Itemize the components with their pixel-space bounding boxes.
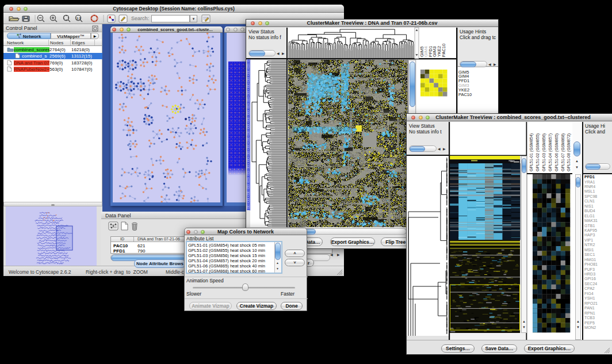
svg-text:RPO21: RPO21	[584, 301, 598, 305]
svg-text:PFD1: PFD1	[584, 175, 595, 179]
svg-text:VIP1: VIP1	[584, 238, 593, 242]
svg-text:MAK31: MAK31	[584, 219, 598, 223]
svg-text:SPC98: SPC98	[584, 194, 597, 198]
svg-text:SEC1: SEC1	[584, 252, 595, 256]
svg-text:NTR2: NTR2	[584, 243, 595, 247]
svg-text:PUF3: PUF3	[584, 267, 595, 271]
svg-text:GPL51-06 (GSM865): GPL51-06 (GSM865)	[554, 133, 559, 171]
svg-text:GTB1: GTB1	[584, 224, 595, 228]
svg-text:MON2: MON2	[584, 325, 596, 329]
svg-text:PAC10: PAC10	[441, 44, 446, 57]
svg-text:TCB3: TCB3	[584, 316, 595, 320]
svg-text:YRA1: YRA1	[584, 180, 595, 184]
svg-text:HMG1: HMG1	[584, 258, 596, 262]
svg-text:MSI1: MSI1	[584, 248, 594, 252]
svg-text:YSH1: YSH1	[584, 296, 595, 300]
svg-text:HAP3: HAP3	[584, 233, 595, 237]
svg-text:ELG1: ELG1	[584, 214, 595, 218]
svg-text:RPN1: RPN1	[584, 311, 595, 315]
svg-text:GPI16: GPI16	[584, 277, 596, 281]
svg-text:CLN1: CLN1	[584, 199, 595, 203]
svg-text:1:1: 1:1	[76, 17, 81, 20]
svg-text:GPL51-03 (GSM856): GPL51-03 (GSM856)	[542, 133, 546, 171]
svg-text:BUD4: BUD4	[584, 209, 595, 213]
svg-text:PHO81: PHO81	[584, 262, 598, 266]
svg-text:GPL51-07 (GSM868): GPL51-07 (GSM868)	[561, 133, 565, 171]
svg-text:RNR4: RNR4	[584, 185, 595, 189]
svg-text:SEC24: SEC24	[584, 282, 597, 286]
svg-text:MSL1: MSL1	[584, 189, 595, 193]
svg-text:GPL51-04 (GSM857): GPL51-04 (GSM857)	[548, 133, 553, 171]
svg-text:NIS1: NIS1	[584, 204, 594, 208]
svg-text:FIG4: FIG4	[584, 292, 594, 296]
svg-text:GPL51-08 (GSM872): GPL51-08 (GSM872)	[567, 133, 571, 171]
svg-text:PAN1: PAN1	[584, 306, 595, 310]
svg-text:KAP95: KAP95	[584, 228, 597, 232]
svg-text:CPA2: CPA2	[584, 286, 595, 290]
svg-text:PAC10: PAC10	[458, 92, 472, 97]
svg-text:GPL51-01 (GSM854): GPL51-01 (GSM854)	[529, 133, 534, 171]
svg-text:PEP5: PEP5	[584, 321, 595, 325]
svg-text:GPL51-02 (GSM855): GPL51-02 (GSM855)	[536, 133, 540, 171]
svg-text:HRD3: HRD3	[584, 272, 595, 276]
